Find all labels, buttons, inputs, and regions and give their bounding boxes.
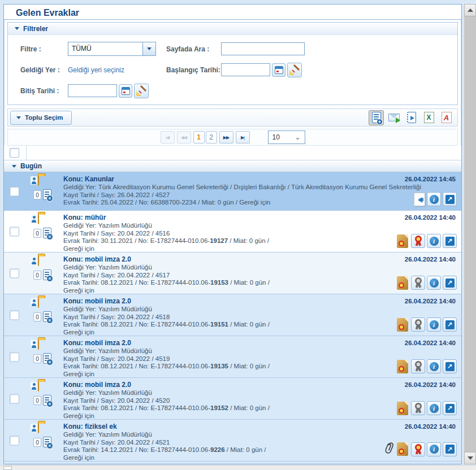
row-checkbox[interactable] [10, 352, 19, 362]
bitis-tarihi-input[interactable] [68, 84, 117, 97]
sayfada-ara-input[interactable] [221, 42, 305, 55]
folder-user-icon [38, 175, 39, 186]
open-external-button[interactable] [443, 276, 457, 290]
bitis-tarihi-label: Bitiş Tarihi : [20, 87, 68, 95]
info-button[interactable] [427, 234, 441, 248]
baslangic-calendar-button[interactable] [272, 63, 285, 77]
row-datetime: 26.04.2022 14:40 [405, 214, 456, 221]
row-subject: Konu: Kanunlar [63, 175, 421, 183]
ribbon-icon [414, 319, 423, 330]
row-actions [397, 317, 457, 332]
select-all-row [4, 146, 461, 160]
row-geregi: Gereği için [63, 245, 269, 253]
pagination-page-1[interactable]: 1 [193, 131, 205, 143]
row-checkbox[interactable] [10, 227, 19, 236]
collapse-arrow-icon [12, 165, 16, 168]
document-row[interactable]: 0 Konu: fiziksel ek 26.04.2022 14:40 [4, 462, 461, 464]
baslangic-clear-button[interactable] [287, 63, 302, 77]
person-icon [31, 256, 37, 265]
pagination-first-button[interactable] [161, 131, 175, 143]
row-geregi: Gereği için [63, 371, 270, 378]
group-header[interactable]: Bugün [4, 160, 461, 172]
open-external-button[interactable] [443, 234, 457, 248]
info-button[interactable] [427, 317, 441, 332]
geldigi-yer-link[interactable]: Geldiği yeri seçiniz [68, 66, 156, 74]
signature-ribbon-button[interactable] [411, 359, 425, 373]
document-row[interactable]: 0 Konu: Kanunlar Geldiği Yer: Türk Akred… [4, 172, 461, 211]
open-external-button[interactable] [443, 317, 457, 332]
row-actions [397, 359, 457, 373]
toolbar-icons [369, 110, 455, 125]
ribbon-icon [414, 277, 423, 288]
person-icon [31, 424, 37, 432]
select-all-checkbox[interactable] [10, 148, 19, 158]
filters-header[interactable]: Filtreler [8, 23, 457, 35]
row-subject: Konu: mobil imza 2.0 [63, 339, 270, 347]
add-note-icon[interactable] [43, 311, 51, 322]
document-row[interactable]: 0 Konu: mobil imza 2.0 Geldiği Yer: Yazı… [4, 253, 461, 294]
row-checkbox[interactable] [10, 268, 19, 278]
row-checkbox[interactable] [10, 436, 19, 445]
pagination-next-button[interactable] [219, 131, 233, 143]
signature-ribbon-button[interactable] [411, 317, 425, 332]
export-excel-button[interactable] [421, 110, 436, 125]
scroll-up-button[interactable] [464, 4, 476, 16]
open-external-button[interactable] [443, 359, 457, 373]
toplu-secim-button[interactable]: Toplu Seçim [10, 111, 72, 125]
sealed-document-icon [397, 318, 408, 332]
pagination-last-button[interactable] [236, 131, 250, 143]
signature-ribbon-button[interactable] [411, 276, 425, 290]
page-size-select[interactable]: 10 [268, 130, 305, 144]
filtre-dropdown[interactable]: TÜMÜ [68, 42, 156, 56]
document-row[interactable]: 0 Konu: mobil imza 2.0 Geldiği Yer: Yazı… [4, 378, 461, 420]
bitis-calendar-button[interactable] [119, 84, 132, 98]
document-row[interactable]: 0 Konu: mühür Geldiği Yer: Yazılım Müdür… [4, 211, 461, 253]
scroll-down-button[interactable] [464, 452, 476, 464]
row-checkbox[interactable] [10, 394, 19, 403]
export-document-button[interactable] [404, 110, 419, 125]
info-button[interactable] [427, 192, 441, 206]
add-note-icon[interactable] [43, 353, 51, 364]
add-note-icon[interactable] [43, 437, 51, 447]
info-button[interactable] [427, 401, 441, 415]
open-external-button[interactable] [443, 192, 457, 206]
signature-ribbon-button[interactable] [411, 401, 425, 415]
info-button[interactable] [427, 276, 441, 290]
scrollbar-track[interactable] [464, 16, 476, 452]
pagination-bar: 12 10 [7, 129, 458, 146]
row-evrak: Evrak Tarihi: 08.12.2021 / No: E-1782744… [63, 404, 270, 412]
open-external-button[interactable] [443, 401, 457, 415]
document-list: 0 Konu: Kanunlar Geldiği Yer: Türk Akred… [4, 172, 461, 464]
pagination-prev-button[interactable] [177, 131, 191, 143]
group-label: Bugün [20, 162, 42, 170]
document-row[interactable]: 0 Konu: fiziksel ek Geldiği Yer: Yazılım… [4, 420, 461, 462]
dropdown-button[interactable] [142, 42, 155, 55]
row-origin: Geldiği Yer: Yazılım Müdürlüğü [63, 306, 270, 314]
forward-mail-button[interactable] [386, 110, 401, 125]
add-note-icon[interactable] [43, 228, 51, 238]
bottom-scrollbar[interactable] [0, 465, 476, 470]
bitis-clear-button[interactable] [134, 84, 149, 98]
add-document-button[interactable] [369, 110, 384, 125]
row-checkbox[interactable] [10, 310, 19, 320]
baslangic-tarihi-input[interactable] [221, 63, 270, 76]
row-evrak: Evrak Tarihi: 08.12.2021 / No: E-1782744… [63, 279, 270, 287]
info-button[interactable] [427, 442, 441, 456]
signature-ribbon-button[interactable] [411, 442, 425, 456]
add-note-icon[interactable] [43, 189, 51, 200]
info-button[interactable] [427, 359, 441, 373]
add-note-icon[interactable] [43, 395, 51, 406]
row-left-icons: 0 [33, 298, 60, 322]
bottom-scroll-button[interactable] [3, 466, 12, 470]
row-checkbox[interactable] [10, 186, 19, 196]
export-pdf-button[interactable] [439, 110, 454, 125]
reply-button[interactable] [414, 193, 425, 206]
signature-ribbon-button[interactable] [411, 234, 425, 248]
open-external-button[interactable] [443, 442, 457, 456]
document-row[interactable]: 0 Konu: mobil imza 2.0 Geldiği Yer: Yazı… [4, 336, 461, 378]
add-note-icon[interactable] [43, 269, 51, 280]
row-text: Konu: mobil imza 2.0 Geldiği Yer: Yazılı… [63, 339, 270, 378]
paperclip-icon [384, 441, 395, 457]
pagination-page-2[interactable]: 2 [206, 131, 217, 143]
document-row[interactable]: 0 Konu: mobil imza 2.0 Geldiği Yer: Yazı… [4, 294, 461, 336]
